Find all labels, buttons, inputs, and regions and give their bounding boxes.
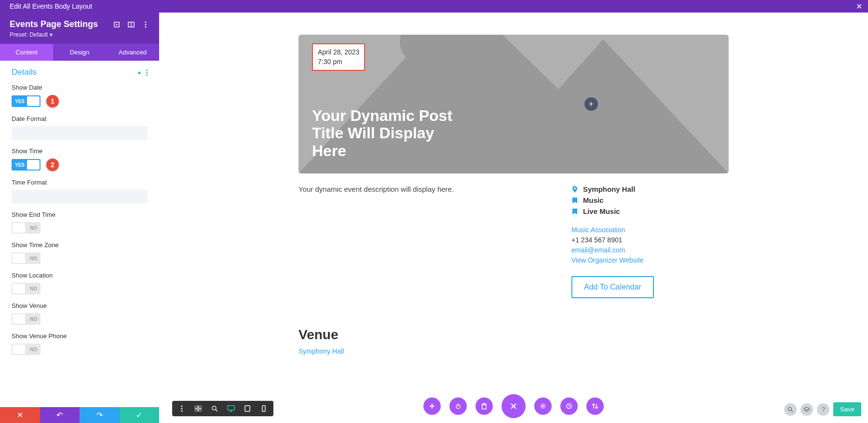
badge-1: 1 bbox=[46, 95, 59, 107]
tab-design[interactable]: Design bbox=[53, 44, 106, 61]
zoom-icon[interactable] bbox=[210, 404, 219, 413]
field-label-show-venue: Show Venue bbox=[12, 302, 148, 309]
svg-rect-28 bbox=[482, 405, 486, 409]
help-circle-button[interactable]: ? bbox=[817, 403, 829, 416]
sidebar-title: Events Page Settings bbox=[10, 19, 98, 29]
close-icon[interactable]: ✕ bbox=[856, 2, 862, 11]
svg-rect-16 bbox=[199, 409, 202, 411]
toggle-show-location[interactable]: NO bbox=[12, 283, 41, 294]
organizer-phone: +1 234 567 8901 bbox=[571, 235, 729, 245]
sort-button[interactable] bbox=[586, 397, 604, 415]
svg-point-33 bbox=[542, 405, 544, 407]
bookmark-icon bbox=[571, 209, 578, 214]
field-label-show-end-time: Show End Time bbox=[12, 211, 148, 218]
svg-rect-23 bbox=[262, 406, 265, 411]
sidebar-header: Events Page Settings Preset: Default ▾ bbox=[0, 13, 159, 44]
field-label-time-format: Time Format bbox=[12, 179, 148, 186]
columns-icon[interactable] bbox=[127, 21, 135, 28]
settings-sidebar: Events Page Settings Preset: Default ▾ C… bbox=[0, 13, 159, 423]
add-element-button[interactable]: + bbox=[584, 97, 598, 111]
top-bar-title: Edit All Events Body Layout bbox=[10, 2, 92, 10]
svg-marker-41 bbox=[804, 407, 810, 410]
svg-point-10 bbox=[181, 406, 183, 407]
bookmark-icon bbox=[571, 198, 578, 203]
toggle-show-venue-phone[interactable]: NO bbox=[12, 344, 41, 355]
power-button[interactable] bbox=[449, 397, 467, 415]
sidebar-footer: ✕ ↶ ↷ ✓ bbox=[0, 407, 159, 423]
field-label-show-time-zone: Show Time Zone bbox=[12, 241, 148, 249]
venue-name-link[interactable]: Symphony Hall bbox=[298, 347, 729, 355]
toggle-show-end-time[interactable]: NO bbox=[12, 222, 41, 234]
add-button[interactable] bbox=[423, 397, 441, 415]
svg-point-12 bbox=[181, 410, 183, 412]
mobile-icon[interactable] bbox=[259, 404, 269, 413]
desktop-icon[interactable] bbox=[226, 404, 236, 413]
meta-category2: Live Music bbox=[583, 207, 620, 215]
svg-point-6 bbox=[145, 26, 147, 27]
redo-button[interactable]: ↷ bbox=[80, 407, 120, 423]
tab-advanced[interactable]: Advanced bbox=[106, 44, 159, 61]
svg-line-40 bbox=[791, 410, 793, 412]
svg-rect-19 bbox=[228, 406, 234, 410]
event-description: Your dynamic event description will disp… bbox=[298, 185, 562, 298]
toggle-show-time-zone[interactable]: NO bbox=[12, 252, 41, 264]
search-circle-button[interactable] bbox=[784, 403, 797, 416]
expand-icon[interactable] bbox=[113, 21, 121, 28]
post-title: Your Dynamic Post Title Will Display Her… bbox=[312, 107, 457, 160]
tablet-icon[interactable] bbox=[243, 404, 252, 413]
meta-category1: Music bbox=[583, 196, 604, 204]
toggle-show-venue[interactable]: NO bbox=[12, 313, 41, 325]
field-label-show-time: Show Time bbox=[12, 147, 148, 155]
top-bar: Edit All Events Body Layout ✕ bbox=[0, 0, 868, 13]
sidebar-tabs: Content Design Advanced bbox=[0, 44, 159, 61]
badge-2: 2 bbox=[46, 159, 59, 171]
layers-circle-button[interactable] bbox=[800, 403, 813, 416]
svg-line-18 bbox=[216, 410, 217, 411]
input-date-format[interactable] bbox=[12, 126, 148, 140]
hero-image: April 28, 2023 7:30 pm Your Dynamic Post… bbox=[298, 35, 729, 173]
field-label-date-format: Date Format bbox=[12, 115, 148, 122]
svg-rect-13 bbox=[195, 406, 198, 408]
meta-location: Symphony Hall bbox=[583, 185, 635, 193]
preset-label[interactable]: Preset: Default ▾ bbox=[10, 31, 149, 38]
device-toolbar bbox=[172, 401, 273, 416]
undo-button[interactable]: ↶ bbox=[40, 407, 80, 423]
toggle-show-time[interactable]: YES bbox=[12, 159, 41, 171]
toggle-show-date[interactable]: YES bbox=[12, 95, 41, 107]
confirm-button[interactable]: ✓ bbox=[120, 407, 160, 423]
field-label-show-venue-phone: Show Venue Phone bbox=[12, 332, 148, 340]
trash-button[interactable] bbox=[475, 397, 493, 415]
event-time: 7:30 pm bbox=[318, 57, 359, 67]
more-icon[interactable] bbox=[142, 21, 149, 28]
drag-handle-icon[interactable] bbox=[177, 404, 187, 413]
svg-point-17 bbox=[212, 406, 216, 410]
organizer-name-link[interactable]: Music Association bbox=[571, 225, 729, 235]
chevron-up-icon bbox=[137, 71, 141, 74]
input-time-format[interactable] bbox=[12, 190, 148, 203]
field-label-show-location: Show Location bbox=[12, 272, 148, 279]
section-title: Details bbox=[12, 67, 37, 77]
svg-rect-15 bbox=[195, 409, 198, 411]
svg-line-36 bbox=[569, 406, 570, 407]
section-more-icon[interactable] bbox=[146, 69, 148, 76]
bottom-right-controls: ? Save bbox=[784, 402, 861, 416]
tab-content[interactable]: Content bbox=[0, 44, 53, 61]
svg-point-5 bbox=[145, 24, 147, 25]
svg-point-4 bbox=[145, 21, 147, 23]
svg-point-11 bbox=[181, 408, 183, 410]
section-details[interactable]: Details bbox=[0, 61, 159, 84]
close-panel-button[interactable] bbox=[502, 394, 526, 418]
event-date: April 28, 2023 bbox=[318, 48, 359, 57]
date-time-box: April 28, 2023 7:30 pm bbox=[312, 43, 365, 71]
organizer-website-link[interactable]: View Organizer Website bbox=[571, 255, 729, 265]
save-button[interactable]: Save bbox=[833, 402, 861, 416]
settings-button[interactable] bbox=[534, 397, 552, 415]
history-button[interactable] bbox=[560, 397, 578, 415]
organizer-email-link[interactable]: email@email.com bbox=[571, 245, 729, 255]
cancel-button[interactable]: ✕ bbox=[0, 407, 40, 423]
svg-point-39 bbox=[788, 407, 792, 410]
svg-rect-14 bbox=[199, 406, 202, 408]
location-pin-icon bbox=[571, 186, 578, 193]
wireframe-icon[interactable] bbox=[193, 404, 203, 413]
add-to-calendar-button[interactable]: Add To Calendar bbox=[571, 276, 654, 298]
